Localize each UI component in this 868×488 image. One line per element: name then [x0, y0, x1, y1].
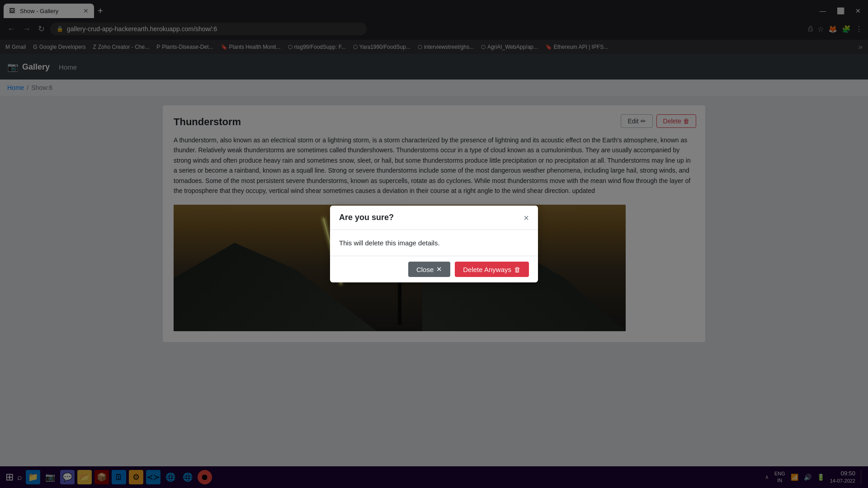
modal-body: This will delete this image details.: [330, 230, 538, 256]
modal-close-button[interactable]: ×: [524, 213, 529, 222]
delete-modal-icon: 🗑: [514, 266, 521, 273]
modal-close-action-button[interactable]: Close ✕: [408, 262, 450, 277]
close-x-icon: ✕: [436, 265, 442, 273]
modal-body-text: This will delete this image details.: [339, 239, 440, 247]
close-button-label: Close: [416, 266, 434, 273]
modal-header: Are you sure? ×: [330, 206, 538, 230]
confirmation-modal: Are you sure? × This will delete this im…: [330, 206, 538, 282]
modal-delete-anyways-button[interactable]: Delete Anyways 🗑: [455, 262, 529, 277]
delete-anyways-label: Delete Anyways: [463, 266, 511, 273]
modal-title: Are you sure?: [339, 213, 394, 222]
modal-overlay[interactable]: Are you sure? × This will delete this im…: [0, 0, 868, 488]
modal-footer: Close ✕ Delete Anyways 🗑: [330, 256, 538, 282]
